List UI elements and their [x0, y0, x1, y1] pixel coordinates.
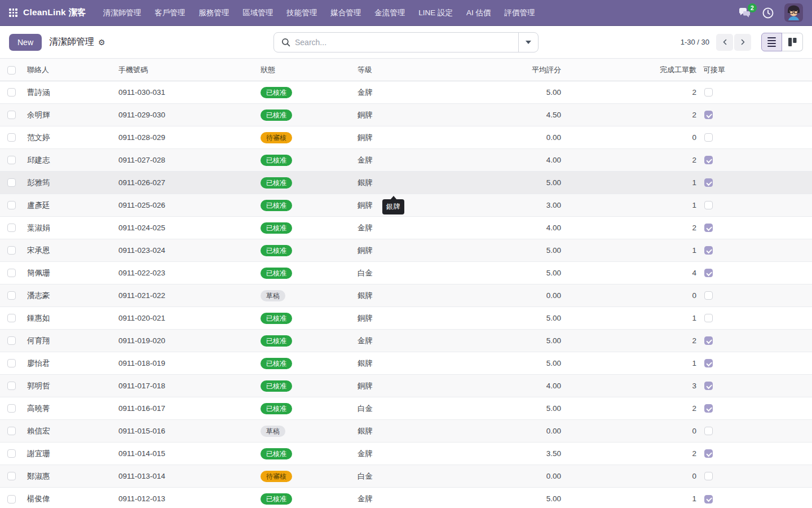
- available-checkbox[interactable]: [704, 449, 713, 458]
- available-checkbox[interactable]: [704, 133, 713, 142]
- row-select-checkbox[interactable]: [7, 178, 16, 187]
- table-row[interactable]: 高曉菁 0911-016-017 已核准 白金 5.00 2: [0, 397, 812, 420]
- row-select-checkbox[interactable]: [7, 382, 16, 390]
- table-row[interactable]: 鍾惠如 0911-020-021 已核准 銅牌 5.00 1: [0, 307, 812, 330]
- search-options-button[interactable]: [519, 33, 538, 52]
- table-row[interactable]: 鄭淑惠 0911-013-014 待審核 白金 0.00 0: [0, 465, 812, 488]
- available-checkbox[interactable]: [704, 88, 713, 97]
- pager-next-button[interactable]: [734, 34, 751, 51]
- available-checkbox[interactable]: [704, 495, 713, 503]
- row-select-checkbox[interactable]: [7, 404, 16, 413]
- available-checkbox[interactable]: [704, 224, 713, 232]
- available-checkbox[interactable]: [704, 291, 713, 300]
- chevron-down-icon: [526, 41, 531, 44]
- done-count-cell: 4: [564, 262, 700, 284]
- nav-item-ai-quote[interactable]: AI 估價: [460, 0, 498, 26]
- table-row[interactable]: 楊俊偉 0911-012-013 已核准 金牌 5.00 1: [0, 488, 812, 508]
- row-select-checkbox[interactable]: [7, 291, 16, 300]
- status-badge: 已核准: [261, 110, 292, 121]
- nav-item-skills[interactable]: 技能管理: [280, 0, 324, 26]
- table-row[interactable]: 葉淑娟 0911-024-025 已核准 金牌 4.00 2: [0, 217, 812, 239]
- available-checkbox[interactable]: [704, 427, 713, 435]
- row-select-checkbox[interactable]: [7, 427, 16, 435]
- row-select-checkbox[interactable]: [7, 224, 16, 232]
- activities-button[interactable]: [762, 7, 774, 19]
- brand-name[interactable]: CleanLink 潔客: [23, 7, 86, 19]
- row-select-checkbox[interactable]: [7, 359, 16, 367]
- row-select-checkbox[interactable]: [7, 269, 16, 277]
- nav-item-cleaners[interactable]: 清潔師管理: [96, 0, 148, 26]
- row-select-checkbox[interactable]: [7, 495, 16, 503]
- row-select-checkbox[interactable]: [7, 246, 16, 255]
- available-checkbox[interactable]: [704, 246, 713, 255]
- done-count-cell: 2: [564, 149, 700, 172]
- list-view-button[interactable]: [761, 33, 782, 51]
- available-checkbox[interactable]: [704, 178, 713, 187]
- available-checkbox[interactable]: [704, 314, 713, 322]
- row-select-checkbox[interactable]: [7, 472, 16, 480]
- table-row[interactable]: 彭雅筠 0911-026-027 已核准 銀牌 5.00 1: [0, 172, 812, 194]
- available-checkbox[interactable]: [704, 156, 713, 164]
- contact-name-cell: 廖怡君: [23, 352, 115, 375]
- table-row[interactable]: 宋承恩 0911-023-024 已核准 銅牌 5.00 1: [0, 239, 812, 262]
- nav-item-matching[interactable]: 媒合管理: [324, 0, 368, 26]
- table-row[interactable]: 潘志豪 0911-021-022 草稿 銀牌 0.00 0: [0, 284, 812, 307]
- column-header-rating[interactable]: 平均評分: [528, 59, 564, 81]
- available-checkbox[interactable]: [704, 201, 713, 209]
- table-row[interactable]: 盧彥廷 0911-025-026 已核准 銅牌 3.00 1: [0, 194, 812, 217]
- rating-cell: 4.00: [528, 217, 564, 239]
- apps-grid-icon[interactable]: [9, 8, 17, 17]
- table-row[interactable]: 何育翔 0911-019-020 已核准 金牌 5.00 2: [0, 330, 812, 352]
- user-avatar[interactable]: [784, 3, 803, 22]
- pager: 1-30 / 30: [681, 33, 803, 51]
- nav-item-reviews[interactable]: 評價管理: [498, 0, 542, 26]
- select-all-checkbox[interactable]: [7, 66, 16, 75]
- pager-previous-button[interactable]: [716, 34, 733, 51]
- available-checkbox[interactable]: [704, 382, 713, 390]
- table-row[interactable]: 賴信宏 0911-015-016 草稿 銀牌 0.00 0: [0, 420, 812, 443]
- row-select-checkbox[interactable]: [7, 314, 16, 322]
- available-checkbox[interactable]: [704, 404, 713, 413]
- row-select-checkbox[interactable]: [7, 336, 16, 345]
- available-checkbox[interactable]: [704, 472, 713, 480]
- table-row[interactable]: 余明輝 0911-029-030 已核准 銅牌 4.50 2: [0, 104, 812, 126]
- phone-cell: 0911-017-018: [115, 375, 256, 397]
- nav-item-customers[interactable]: 客戶管理: [148, 0, 192, 26]
- row-select-checkbox[interactable]: [7, 133, 16, 142]
- nav-item-payments[interactable]: 金流管理: [368, 0, 412, 26]
- column-header-contact[interactable]: 聯絡人: [23, 59, 115, 81]
- column-header-phone[interactable]: 手機號碼: [115, 59, 256, 81]
- row-select-checkbox[interactable]: [7, 111, 16, 119]
- table-row[interactable]: 邱建志 0911-027-028 已核准 金牌 4.00 2: [0, 149, 812, 172]
- column-header-available[interactable]: 可接單: [700, 59, 731, 81]
- nav-item-services[interactable]: 服務管理: [192, 0, 236, 26]
- table-row[interactable]: 范文婷 0911-028-029 待審核 銅牌 0.00 0: [0, 126, 812, 149]
- available-checkbox[interactable]: [704, 269, 713, 277]
- new-button[interactable]: New: [9, 34, 42, 51]
- available-checkbox[interactable]: [704, 359, 713, 367]
- row-select-checkbox[interactable]: [7, 201, 16, 209]
- table-row[interactable]: 曹詩涵 0911-030-031 已核准 金牌 5.00 2: [0, 81, 812, 104]
- available-checkbox[interactable]: [704, 336, 713, 345]
- table-row[interactable]: 廖怡君 0911-018-019 已核准 銀牌 5.00 1: [0, 352, 812, 375]
- column-header-status[interactable]: 狀態: [256, 59, 353, 81]
- column-header-level[interactable]: 等級: [353, 59, 528, 81]
- gear-icon[interactable]: ⚙: [98, 38, 105, 47]
- table-row[interactable]: 郭明哲 0911-017-018 已核准 銅牌 4.00 3: [0, 375, 812, 397]
- column-header-done[interactable]: 完成工單數: [564, 59, 700, 81]
- row-select-checkbox[interactable]: [7, 88, 16, 97]
- nav-item-regions[interactable]: 區域管理: [236, 0, 280, 26]
- messages-button[interactable]: 2: [738, 7, 752, 19]
- table-row[interactable]: 謝宜珊 0911-014-015 已核准 金牌 3.50 2: [0, 443, 812, 465]
- status-badge: 草稿: [261, 290, 285, 301]
- done-count-cell: 0: [564, 126, 700, 149]
- nav-item-line[interactable]: LINE 設定: [412, 0, 460, 26]
- table-row[interactable]: 簡佩珊 0911-022-023 已核准 白金 5.00 4: [0, 262, 812, 284]
- row-select-checkbox[interactable]: [7, 449, 16, 458]
- status-badge: 已核准: [261, 87, 292, 98]
- available-checkbox[interactable]: [704, 111, 713, 119]
- status-badge: 待審核: [261, 471, 292, 482]
- kanban-view-button[interactable]: [782, 33, 803, 51]
- search-input[interactable]: [295, 38, 518, 47]
- row-select-checkbox[interactable]: [7, 156, 16, 164]
